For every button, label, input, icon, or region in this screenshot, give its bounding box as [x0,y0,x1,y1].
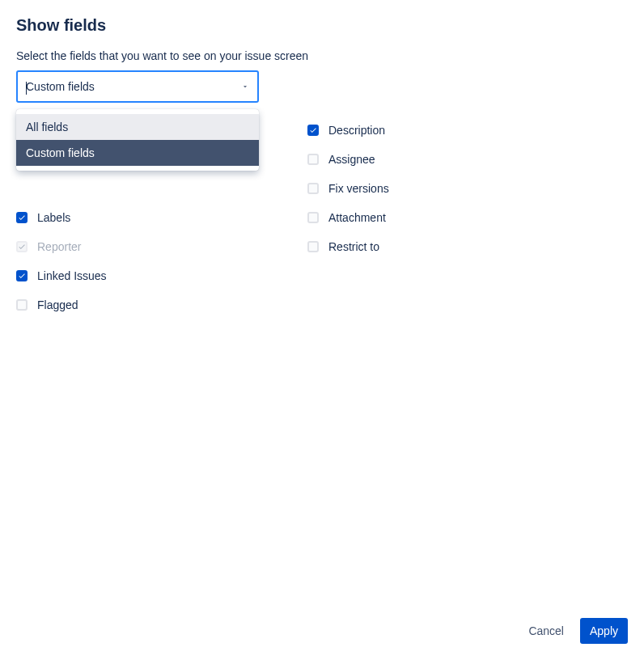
field-row: Assignee [307,151,550,167]
field-row: Description [307,122,550,138]
field-checkbox[interactable] [307,154,319,165]
field-label: Assignee [328,153,375,166]
field-checkbox[interactable] [307,241,319,252]
field-row: Restrict to [307,239,550,255]
field-row: Attachment [307,209,550,226]
cancel-button[interactable]: Cancel [519,618,574,644]
select-option-custom-fields[interactable]: Custom fields [16,140,259,166]
select-option-all-fields[interactable]: All fields [16,114,259,140]
page-subtitle: Select the fields that you want to see o… [16,49,628,62]
field-checkbox[interactable] [16,212,28,223]
field-checkbox[interactable] [307,125,319,136]
chevron-down-icon [241,82,249,91]
select-dropdown: All fields Custom fields [16,109,259,171]
field-label: Reporter [37,240,81,253]
text-cursor [26,82,27,95]
field-label: Description [328,124,385,137]
field-label: Linked Issues [37,269,107,282]
field-row: Linked Issues [16,268,259,284]
select-value: Custom fields [26,80,241,93]
field-row: Labels [16,209,259,226]
field-label: Flagged [37,298,78,311]
field-checkbox[interactable] [16,270,28,281]
dialog-footer: Cancel Apply [519,618,628,644]
field-row: Reporter [16,239,259,255]
fields-column-right: DescriptionAssigneeFix versionsAttachmen… [307,122,550,313]
field-checkbox[interactable] [16,299,28,311]
field-label: Labels [37,211,70,224]
field-checkbox[interactable] [307,183,319,194]
field-label: Fix versions [328,182,389,195]
field-checkbox [16,241,28,252]
field-row: Fix versions [307,180,550,197]
page-title: Show fields [16,16,628,35]
field-filter-select[interactable]: Custom fields [16,70,259,103]
field-checkbox[interactable] [307,212,319,223]
field-label: Restrict to [328,240,379,253]
field-row: Flagged [16,297,259,313]
apply-button[interactable]: Apply [580,618,628,644]
field-label: Attachment [328,211,386,224]
